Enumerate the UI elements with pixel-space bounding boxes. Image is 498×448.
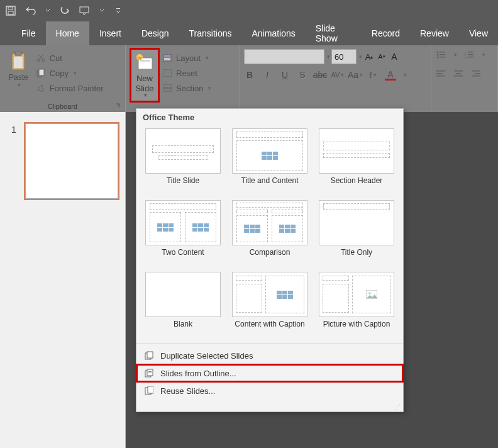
layout-button[interactable]: Layout▾ — [162, 53, 211, 63]
shadow-button[interactable]: S — [297, 69, 308, 81]
layout-title-and-content[interactable]: Title and Content — [230, 128, 310, 195]
align-right-button[interactable] — [470, 68, 482, 79]
align-left-button[interactable] — [435, 68, 446, 79]
tab-design[interactable]: Design — [131, 21, 179, 45]
cut-button[interactable]: Cut — [36, 53, 104, 63]
clipboard-dialog-launcher-icon[interactable] — [115, 103, 123, 111]
decrease-font-size-button[interactable]: A▾ — [376, 51, 387, 62]
layout-picture-with-caption[interactable]: Picture with Caption — [316, 272, 397, 339]
font-name-select[interactable] — [244, 49, 324, 64]
chevron-down-icon: ▾ — [74, 70, 77, 76]
copy-icon — [36, 68, 46, 78]
layout-title-only[interactable]: Title Only — [316, 200, 397, 267]
new-slide-button[interactable]: New Slide ▾ — [130, 48, 160, 103]
chevron-down-icon[interactable]: ▾ — [404, 72, 407, 78]
highlight-button[interactable]: ℓ▾ — [367, 69, 379, 81]
svg-point-9 — [42, 59, 45, 62]
chevron-down-icon[interactable]: ▾ — [359, 53, 362, 60]
slide-number: 1 — [11, 125, 16, 135]
svg-point-23 — [437, 54, 439, 56]
svg-rect-7 — [14, 57, 23, 68]
chevron-down-icon[interactable]: ▾ — [482, 52, 485, 58]
tab-record[interactable]: Record — [362, 21, 410, 45]
duplicate-slides-action[interactable]: Duplicate Selected Slides — [136, 347, 403, 364]
undo-dropdown-icon[interactable] — [45, 5, 50, 16]
reuse-icon — [144, 386, 154, 396]
present-dropdown-icon[interactable] — [99, 5, 104, 16]
duplicate-icon — [144, 350, 154, 361]
cut-label: Cut — [50, 53, 62, 63]
svg-rect-2 — [8, 11, 13, 14]
ribbon: Paste ▾ Cut Copy▾ Format Painter Clipb — [0, 45, 498, 112]
tab-view[interactable]: View — [459, 21, 498, 45]
font-size-select[interactable]: 60 — [331, 49, 357, 64]
bullets-button[interactable] — [435, 49, 446, 60]
layout-section-header[interactable]: Section Header — [316, 128, 397, 195]
align-center-button[interactable] — [453, 68, 464, 79]
slides-from-outline-label: Slides from Outline... — [160, 369, 236, 378]
tab-insert[interactable]: Insert — [89, 21, 131, 45]
reset-icon — [162, 68, 172, 78]
layout-content-with-caption[interactable]: Content with Caption — [230, 272, 310, 339]
quick-access-toolbar — [0, 0, 498, 21]
svg-rect-45 — [147, 352, 153, 358]
layout-label: Layout — [176, 53, 201, 63]
copy-button[interactable]: Copy▾ — [36, 68, 104, 78]
bold-button[interactable]: B — [244, 69, 255, 81]
svg-rect-41 — [472, 76, 480, 77]
layout-comparison[interactable]: Comparison — [230, 200, 310, 267]
numbering-button[interactable]: 123 — [463, 49, 475, 60]
paste-button[interactable]: Paste ▾ — [4, 48, 33, 92]
clear-formatting-button[interactable]: A — [389, 51, 400, 62]
svg-rect-48 — [148, 371, 152, 372]
layout-preview — [232, 128, 307, 174]
tab-transitions[interactable]: Transitions — [179, 21, 242, 45]
layout-label: Title Slide — [167, 176, 199, 195]
reset-button[interactable]: Reset — [162, 68, 211, 78]
slides-from-outline-action[interactable]: Slides from Outline... — [136, 364, 403, 382]
format-painter-button[interactable]: Format Painter — [36, 83, 104, 93]
char-spacing-button[interactable]: AV▾ — [332, 69, 343, 81]
present-from-beginning-icon[interactable] — [79, 5, 91, 16]
underline-button[interactable]: U — [279, 69, 290, 81]
save-icon[interactable] — [5, 5, 16, 16]
qat-customize-icon[interactable] — [116, 5, 121, 16]
svg-rect-16 — [164, 55, 170, 57]
section-label: Section — [176, 84, 203, 93]
reuse-slides-action[interactable]: Reuse Slides... — [136, 382, 403, 400]
section-button[interactable]: Section▾ — [162, 83, 211, 93]
group-slides: New Slide ▾ Layout▾ Reset Section▾ — [126, 45, 240, 112]
chevron-down-icon[interactable]: ▾ — [327, 53, 330, 60]
tab-animations[interactable]: Animations — [241, 21, 305, 45]
svg-rect-18 — [163, 69, 172, 77]
strikethrough-button[interactable]: abc — [314, 69, 326, 81]
tab-slide-show[interactable]: Slide Show — [306, 21, 362, 45]
tab-file[interactable]: File — [11, 21, 46, 45]
chevron-down-icon: ▾ — [144, 92, 147, 98]
tab-review[interactable]: Review — [410, 21, 459, 45]
undo-icon[interactable] — [25, 5, 36, 16]
tab-home[interactable]: Home — [46, 21, 89, 45]
svg-rect-39 — [472, 70, 480, 72]
layout-label: Section Header — [331, 176, 383, 195]
layout-label: Title and Content — [241, 176, 299, 195]
group-paragraph: ▾ 123▾ — [431, 45, 498, 112]
svg-rect-4 — [116, 8, 120, 9]
resize-grip-icon[interactable]: ⋰ — [136, 402, 403, 412]
svg-rect-34 — [436, 73, 442, 74]
svg-rect-1 — [8, 7, 13, 9]
layout-blank[interactable]: Blank — [143, 272, 223, 339]
layout-preview — [145, 272, 221, 317]
font-color-button[interactable]: A — [385, 69, 396, 81]
change-case-button[interactable]: Aa▾ — [350, 69, 361, 81]
redo-icon[interactable] — [59, 5, 70, 16]
chevron-down-icon[interactable]: ▾ — [454, 52, 457, 58]
layout-title-slide[interactable]: Title Slide — [143, 128, 223, 195]
increase-font-size-button[interactable]: A▴ — [363, 51, 375, 62]
slide-thumbnail-1[interactable] — [25, 123, 118, 199]
layout-preview — [232, 200, 307, 245]
group-clipboard: Paste ▾ Cut Copy▾ Format Painter Clipb — [0, 45, 126, 112]
svg-rect-49 — [148, 372, 152, 373]
italic-button[interactable]: I — [262, 69, 273, 81]
layout-two-content[interactable]: Two Content — [143, 200, 223, 267]
